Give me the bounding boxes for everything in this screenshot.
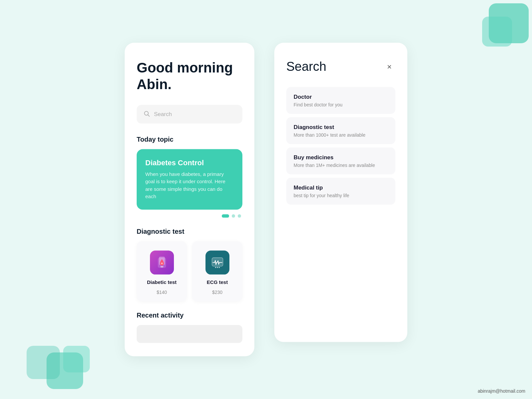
- recent-activity-bar: [137, 325, 242, 343]
- result-subtitle-doctor: Find best doctor for you: [294, 102, 388, 107]
- search-placeholder-text: Search: [154, 111, 172, 117]
- dot-active: [222, 214, 229, 217]
- right-card: Search × Doctor Find best doctor for you…: [274, 43, 407, 342]
- ecg-test-price: $230: [212, 289, 222, 295]
- diabetic-test-price: $140: [157, 289, 167, 295]
- search-bar[interactable]: Search: [137, 105, 242, 123]
- search-results-list: Doctor Find best doctor for you Diagnost…: [286, 87, 395, 205]
- svg-point-10: [218, 267, 220, 268]
- result-title-medical-tip: Medical tip: [294, 185, 388, 191]
- topic-title: Diabetes Control: [145, 158, 234, 167]
- result-subtitle-medicines: More than 1M+ medicines are available: [294, 163, 388, 168]
- dot-2: [232, 214, 235, 217]
- recent-activity-label: Recent activity: [137, 311, 242, 319]
- cards-wrapper: Good morning Abin. Search Today topic Di…: [125, 43, 407, 356]
- carousel-dots: [137, 214, 242, 217]
- result-subtitle-diagnostic: More than 1000+ test are available: [294, 132, 388, 138]
- diabetic-test-name: Diabetic test: [147, 279, 177, 285]
- result-title-medicines: Buy medicines: [294, 154, 388, 161]
- topic-card[interactable]: Diabetes Control When you have diabetes,…: [137, 149, 242, 209]
- bg-decoration-bl2: [63, 346, 90, 372]
- result-subtitle-medical-tip: best tip for your healthy life: [294, 193, 388, 198]
- search-icon: [143, 110, 150, 118]
- result-item-medicines[interactable]: Buy medicines More than 1M+ medicines ar…: [286, 148, 395, 175]
- result-item-medical-tip[interactable]: Medical tip best tip for your healthy li…: [286, 178, 395, 205]
- ecg-icon-wrap: [205, 250, 229, 274]
- diagnostic-section: Diagnostic test: [137, 227, 242, 301]
- result-title-diagnostic: Diagnostic test: [294, 124, 388, 131]
- recent-activity-section: Recent activity: [137, 311, 242, 343]
- left-card: Good morning Abin. Search Today topic Di…: [125, 43, 254, 356]
- topic-description: When you have diabetes, a primary goal i…: [145, 170, 234, 200]
- greeting-text: Good morning Abin.: [137, 60, 242, 93]
- svg-point-4: [161, 262, 163, 264]
- svg-point-8: [215, 267, 216, 268]
- search-header: Search ×: [286, 60, 395, 74]
- bg-decoration-tr2: [482, 17, 512, 47]
- result-title-doctor: Doctor: [294, 94, 388, 100]
- ecg-test-name: ECG test: [207, 279, 228, 285]
- svg-point-9: [217, 267, 218, 268]
- close-button[interactable]: ×: [383, 61, 395, 72]
- diabetic-icon-wrap: [150, 250, 174, 274]
- result-item-doctor[interactable]: Doctor Find best doctor for you: [286, 87, 395, 114]
- result-item-diagnostic[interactable]: Diagnostic test More than 1000+ test are…: [286, 117, 395, 144]
- svg-line-1: [148, 115, 150, 116]
- test-card-ecg[interactable]: ECG test $230: [192, 241, 242, 301]
- footer-email: abinrajm@hotmail.com: [478, 388, 525, 394]
- test-cards-row: Diabetic test $140: [137, 241, 242, 301]
- svg-rect-5: [160, 266, 163, 267]
- dot-3: [238, 214, 241, 217]
- test-card-diabetic[interactable]: Diabetic test $140: [137, 241, 187, 301]
- search-panel-title: Search: [286, 60, 326, 74]
- bg-decoration-bl3: [27, 346, 60, 379]
- diabetic-icon: [155, 255, 169, 269]
- ecg-icon: [210, 255, 225, 270]
- diagnostic-label: Diagnostic test: [137, 227, 242, 235]
- today-topic-label: Today topic: [137, 135, 242, 143]
